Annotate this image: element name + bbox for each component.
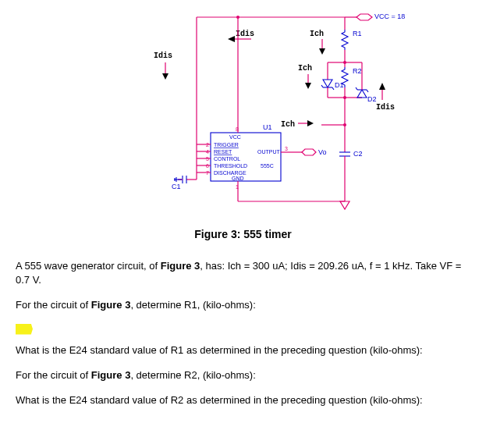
q1-fig: Figure 3	[91, 299, 131, 311]
svg-line-34	[356, 87, 357, 90]
highlight-marker-icon	[16, 324, 33, 335]
svg-marker-5	[319, 48, 325, 55]
r2-label: R2	[353, 67, 362, 75]
svg-text:Ich: Ich	[298, 64, 312, 73]
svg-text:THRESHOLD: THRESHOLD	[214, 163, 247, 169]
para1-fig: Figure 3	[161, 260, 200, 272]
idis-top-arrow: Idis	[228, 30, 254, 42]
ground-icon	[238, 183, 349, 209]
question-2: What is the E24 standard value of R1 as …	[16, 343, 470, 357]
svg-line-35	[367, 90, 368, 92]
idis-right-arrow: Idis	[376, 83, 395, 112]
svg-text:Ich: Ich	[310, 30, 324, 38]
idis-left-arrow: Idis	[154, 52, 172, 80]
ich-mid-arrow: Ich	[298, 64, 312, 89]
svg-text:TRIGGER: TRIGGER	[214, 142, 239, 148]
svg-line-27	[332, 87, 334, 90]
resistor-r1: R1	[342, 30, 362, 50]
d2-label: D2	[367, 95, 377, 103]
svg-text:Ich: Ich	[281, 120, 295, 129]
svg-text:Idis: Idis	[376, 103, 395, 112]
svg-marker-45	[307, 120, 314, 126]
svg-marker-39	[379, 83, 385, 90]
ich-top-arrow: Ich	[310, 30, 325, 55]
svg-point-65	[236, 16, 239, 19]
svg-text:Idis: Idis	[154, 52, 172, 60]
svg-marker-15	[162, 73, 169, 80]
svg-text:Idis: Idis	[236, 30, 254, 38]
q1-post: , determine R1, (kilo-ohms):	[130, 299, 255, 311]
vo-label: Vo	[318, 148, 327, 156]
svg-text:DISCHARGE: DISCHARGE	[214, 170, 247, 176]
svg-text:3: 3	[285, 146, 288, 151]
q3-fig: Figure 3	[91, 369, 131, 381]
q3-pre: For the circuit of	[16, 369, 91, 381]
vcc-label: VCC = 18 V	[374, 12, 407, 20]
svg-text:OUTPUT: OUTPUT	[257, 149, 281, 155]
para1-pre: A 555 wave generator circuit, of	[16, 260, 161, 272]
svg-text:CONTROL: CONTROL	[214, 156, 240, 162]
svg-line-26	[321, 85, 323, 87]
svg-text:GND: GND	[232, 176, 244, 181]
svg-marker-24	[323, 80, 332, 87]
capacitor-c1: C1	[172, 176, 197, 190]
q3-post: , determine R2, (kilo-ohms):	[130, 369, 255, 381]
r1-label: R1	[353, 30, 362, 37]
question-3: For the circuit of Figure 3, determine R…	[16, 368, 470, 382]
c2-label: C2	[353, 150, 363, 158]
svg-marker-81	[340, 201, 349, 209]
circuit-diagram: VCC = 18 V R1 Ich Idis Idis R2 Ich	[80, 8, 407, 219]
question-1: For the circuit of Figure 3, determine R…	[16, 298, 470, 312]
svg-text:RESET: RESET	[214, 149, 232, 155]
capacitor-c2: C2	[339, 137, 363, 183]
c1-label: C1	[172, 183, 181, 190]
vcc-probe: VCC = 18 V	[357, 12, 407, 20]
svg-marker-11	[228, 36, 235, 42]
q1-pre: For the circuit of	[16, 299, 91, 311]
svg-marker-32	[357, 90, 367, 98]
ic-555: U1 VCC TRIGGER RESET OUTPUT CONTROL THRE…	[206, 123, 288, 190]
u1-part: 555C	[261, 163, 274, 169]
vo-probe: Vo	[302, 148, 327, 156]
svg-text:VCC: VCC	[229, 134, 241, 140]
problem-statement: A 555 wave generator circuit, of Figure …	[16, 259, 470, 287]
diode-d1: D1	[321, 62, 345, 90]
resistor-r2: R2	[342, 67, 362, 87]
ich-right-arrow: Ich	[281, 120, 314, 129]
figure-caption: Figure 3: 555 timer	[16, 228, 470, 240]
d1-label: D1	[335, 81, 344, 89]
u1-label: U1	[263, 123, 272, 131]
question-4: What is the E24 standard value of R2 as …	[16, 393, 470, 407]
svg-marker-20	[305, 83, 311, 89]
